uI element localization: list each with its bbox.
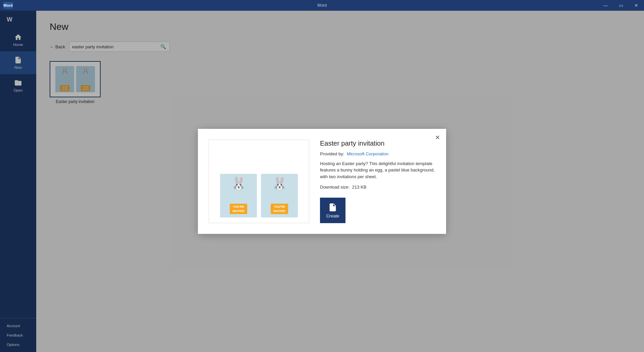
titlebar: Word Word — ▭ ✕ xyxy=(0,0,644,11)
modal-info: Easter party invitation Provided by: Mic… xyxy=(320,140,435,223)
modal-overlay: ✕ 🐰 YOU'REINVITED 🐰 YOU'REINVITED East xyxy=(0,11,644,352)
modal-provider-label: Provided by: xyxy=(320,151,344,156)
modal-body: 🐰 YOU'REINVITED 🐰 YOU'REINVITED Easter p… xyxy=(198,129,446,234)
modal-bunny-icon-2: 🐰 xyxy=(272,177,287,191)
window-controls: — ▭ ✕ xyxy=(598,0,644,11)
restore-button[interactable]: ▭ xyxy=(613,0,629,11)
modal-invited-badge-1: YOU'REINVITED xyxy=(230,204,247,214)
minimize-button[interactable]: — xyxy=(598,0,613,11)
create-button[interactable]: Create xyxy=(320,198,345,223)
close-button[interactable]: ✕ xyxy=(629,0,644,11)
modal-card-1: 🐰 YOU'REINVITED xyxy=(220,174,257,217)
create-label: Create xyxy=(326,213,339,218)
modal-provider: Provided by: Microsoft Corporation xyxy=(320,151,435,156)
app-icon: Word xyxy=(3,2,13,9)
titlebar-title: Word xyxy=(317,3,327,8)
modal-bunny-icon-1: 🐰 xyxy=(231,177,246,191)
modal-dl-size-label: Download size: xyxy=(320,185,350,190)
modal-invited-badge-2: YOU'REINVITED xyxy=(271,204,288,214)
modal-close-button[interactable]: ✕ xyxy=(433,133,442,142)
modal-download-size: Download size: 213 KB xyxy=(320,185,435,190)
create-icon xyxy=(328,203,337,212)
modal-description: Hosting an Easter party? This delightful… xyxy=(320,160,435,180)
modal-provider-link[interactable]: Microsoft Corporation xyxy=(347,151,388,156)
modal-dl-size-value: 213 KB xyxy=(352,185,367,190)
modal-title: Easter party invitation xyxy=(320,140,435,147)
modal-preview: 🐰 YOU'REINVITED 🐰 YOU'REINVITED xyxy=(209,140,309,223)
modal-dialog: ✕ 🐰 YOU'REINVITED 🐰 YOU'REINVITED East xyxy=(198,129,446,234)
modal-preview-cards: 🐰 YOU'REINVITED 🐰 YOU'REINVITED xyxy=(220,174,298,217)
modal-card-2: 🐰 YOU'REINVITED xyxy=(261,174,298,217)
